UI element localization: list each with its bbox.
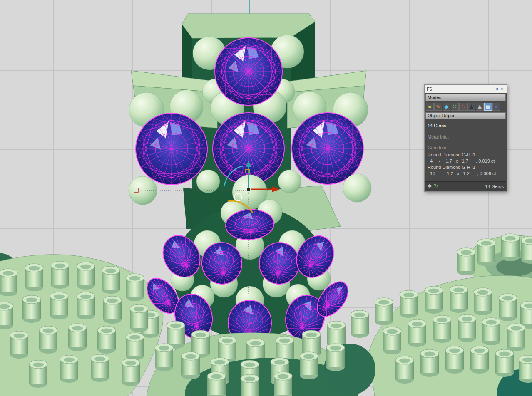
metal-peg <box>0 269 17 296</box>
metal-peg <box>39 326 57 354</box>
metal-peg <box>495 349 514 377</box>
modes-header[interactable]: Modes <box>425 94 506 101</box>
metal-peg <box>482 318 500 345</box>
metal-peg <box>126 274 144 301</box>
metal-peg <box>130 304 148 332</box>
metal-peg <box>351 310 369 338</box>
metal-peg <box>470 346 489 374</box>
metal-peg <box>519 355 532 383</box>
metal-peg <box>477 239 495 266</box>
metal-peg <box>445 346 464 374</box>
metal-peg <box>22 295 41 323</box>
profile-dark-icon[interactable]: ♟ <box>467 103 475 111</box>
metal-peg <box>274 372 292 396</box>
metal-peg <box>181 352 200 379</box>
metal-peg <box>457 248 475 275</box>
gem-list-icon[interactable]: ≡ <box>426 103 434 111</box>
gems-count: 14 Gems <box>428 123 504 128</box>
metal-info-label: Metal Info: <box>428 134 504 139</box>
metal-peg <box>10 331 28 359</box>
gem-edit-icon[interactable]: ✎ <box>434 103 442 111</box>
metal-peg <box>68 324 87 351</box>
metal-bead <box>196 170 220 193</box>
metal-peg <box>501 234 520 261</box>
profile-icon[interactable]: ♟ <box>476 103 484 111</box>
settings-gear-icon[interactable]: ✱ <box>428 183 432 190</box>
object-report-body: 14 Gems Metal Info: Gem Info: Round Diam… <box>425 120 506 181</box>
gem-report-panel: F6 -o × Modes ≡✎◆∷↻♟♟▤● Object Report 14… <box>424 84 507 192</box>
gumball-center-handle[interactable] <box>247 188 250 191</box>
metal-peg <box>507 324 525 351</box>
metal-peg <box>420 349 439 377</box>
gem-row-detail: 4 - 1.7 x 1.7 , 0.019 ct <box>428 158 504 164</box>
metal-bead <box>278 170 301 193</box>
metal-peg <box>395 356 414 384</box>
gem-scatter-icon[interactable]: ∷ <box>451 103 459 111</box>
metal-peg <box>458 314 476 342</box>
metal-peg <box>383 327 401 354</box>
metal-peg <box>102 266 120 294</box>
panel-titlebar[interactable]: F6 -o × <box>425 85 507 93</box>
gem-report-icon[interactable]: ▤ <box>484 103 492 111</box>
metal-peg <box>241 374 259 396</box>
metal-peg <box>60 355 78 383</box>
gem-row-detail: 10 - 1.2 x 1.2 , 0.006 ct <box>428 171 504 177</box>
gem-row-name: Round Diamond G-H I1 <box>428 152 504 158</box>
metal-peg <box>155 344 173 371</box>
gem-row-name: Round Diamond G-H I1 <box>428 164 504 171</box>
metal-peg <box>126 333 144 360</box>
panel-footer: ✱ ↻ 14 Gems <box>425 181 506 191</box>
refresh-icon[interactable]: ↻ <box>434 183 438 190</box>
metal-peg <box>521 236 532 264</box>
panel-title: F6 <box>427 87 432 92</box>
metal-bead <box>129 176 157 205</box>
metal-peg <box>499 294 517 321</box>
metal-peg <box>0 302 13 329</box>
metal-peg <box>375 298 393 325</box>
metal-peg <box>50 292 68 319</box>
metal-peg <box>77 292 95 319</box>
metal-peg <box>326 344 345 371</box>
gem-replace-icon[interactable]: ↻ <box>459 103 467 111</box>
metal-peg <box>77 262 95 290</box>
metal-peg <box>97 326 116 354</box>
metal-peg <box>122 359 140 386</box>
metal-peg <box>25 264 43 291</box>
metal-peg <box>474 288 492 315</box>
pin-icon[interactable]: -o <box>493 85 500 93</box>
metal-bead <box>343 174 371 202</box>
gems-total: 14 Gems <box>485 184 504 189</box>
gem-round-selected[interactable] <box>136 113 207 185</box>
metal-peg <box>450 285 468 313</box>
object-report-header[interactable]: Object Report <box>425 112 506 119</box>
metal-peg <box>433 315 451 343</box>
metal-peg <box>51 261 69 289</box>
metal-peg <box>103 296 122 324</box>
metal-peg <box>400 290 418 318</box>
viewport-3d[interactable] <box>0 0 532 396</box>
pendant-metal <box>182 14 315 38</box>
metal-peg <box>207 372 226 396</box>
metal-peg <box>425 286 443 314</box>
gem-info-label: Gem Info: <box>428 145 504 150</box>
scene-svg <box>0 0 532 396</box>
model-geometry <box>0 14 532 396</box>
mode-icon-row: ≡✎◆∷↻♟♟▤● <box>425 102 506 112</box>
close-icon[interactable]: × <box>500 85 505 93</box>
gem-round-selected[interactable] <box>292 113 363 184</box>
metal-peg <box>408 319 426 347</box>
metal-peg <box>300 352 318 379</box>
metal-peg <box>29 360 47 388</box>
gem-sphere-icon[interactable]: ● <box>492 103 500 111</box>
gem-round-selected[interactable] <box>215 38 282 105</box>
metal-peg <box>91 354 109 382</box>
gem-create-icon[interactable]: ◆ <box>443 103 450 111</box>
